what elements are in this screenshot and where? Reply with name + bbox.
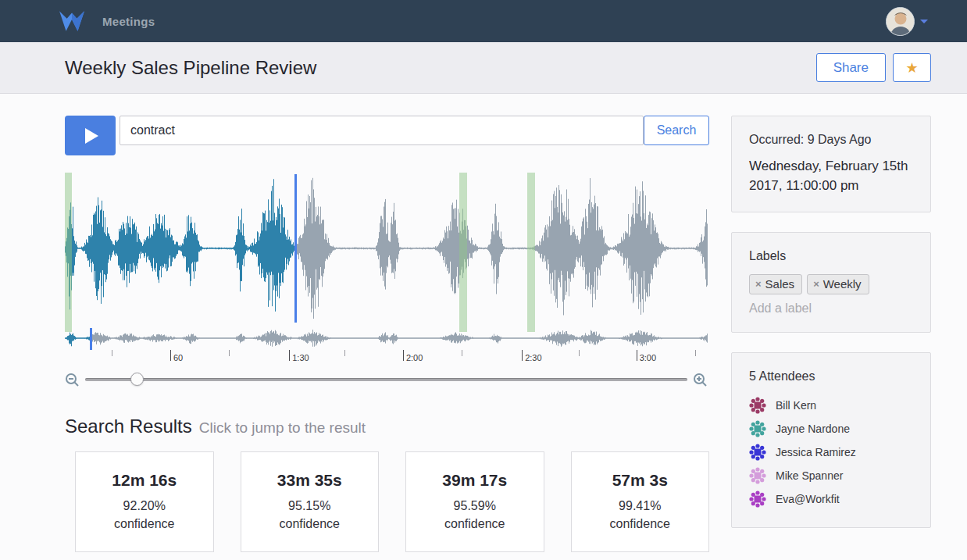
result-timestamp: 39m 17s <box>442 471 507 490</box>
timeline-tick <box>695 350 696 356</box>
attendee-identicon-icon <box>749 467 766 484</box>
transcript-search-input[interactable] <box>120 116 644 145</box>
attendee-row: Mike Spanner <box>749 464 913 487</box>
app-logo-icon[interactable] <box>59 9 87 33</box>
result-confidence: 99.41% confidence <box>598 497 682 533</box>
page-header: Weekly Sales Pipeline Review Share ★ <box>0 42 967 94</box>
zoom-slider[interactable] <box>85 373 687 387</box>
playhead-cursor <box>294 174 297 323</box>
page-title: Weekly Sales Pipeline Review <box>65 57 316 79</box>
play-button[interactable] <box>65 116 116 155</box>
timeline-tick: 60 <box>170 350 171 361</box>
timeline-tick: 2:00 <box>403 350 404 361</box>
label-tag[interactable]: × Weekly <box>807 274 869 294</box>
timeline-tick <box>462 350 462 356</box>
search-result-card[interactable]: 39m 17s 95.59% confidence <box>405 451 544 552</box>
attendee-name: Jessica Ramirez <box>776 446 856 458</box>
result-timestamp: 12m 16s <box>112 471 177 490</box>
result-timestamp: 33m 35s <box>277 471 342 490</box>
minimap-canvas[interactable] <box>65 328 708 348</box>
attendees-card: 5 Attendees B <box>731 352 931 528</box>
star-icon: ★ <box>905 60 918 76</box>
zoom-slider-handle[interactable] <box>130 373 144 386</box>
timeline-tick-label: 60 <box>173 353 183 362</box>
labels-title: Labels <box>749 249 913 263</box>
attendee-name: Eva@Workfit <box>776 493 840 505</box>
search-result-card[interactable]: 57m 3s 99.41% confidence <box>571 451 710 552</box>
search-hit-region[interactable] <box>527 173 535 332</box>
timeline-tick <box>229 350 230 356</box>
timeline-tick <box>579 350 580 356</box>
search-results-subtitle: Click to jump to the result <box>199 419 366 437</box>
search-results-title: Search Results <box>65 416 192 437</box>
attendee-name: Mike Spanner <box>776 469 843 482</box>
label-tag-text: Sales <box>765 277 795 291</box>
attendees-title: 5 Attendees <box>749 369 913 383</box>
search-button[interactable]: Search <box>644 116 709 145</box>
user-avatar[interactable] <box>886 7 915 36</box>
search-result-card[interactable]: 12m 16s 92.20% confidence <box>75 451 214 552</box>
remove-tag-icon[interactable]: × <box>813 278 819 290</box>
label-tag[interactable]: × Sales <box>749 274 802 294</box>
attendee-row: Bill Kern <box>749 394 913 417</box>
play-icon <box>85 128 98 144</box>
add-label-input[interactable]: Add a label <box>749 301 913 316</box>
search-result-card[interactable]: 33m 35s 95.15% confidence <box>241 451 380 552</box>
remove-tag-icon[interactable]: × <box>755 278 762 290</box>
attendee-row: Jessica Ramirez <box>749 441 913 464</box>
result-timestamp: 57m 3s <box>612 471 668 490</box>
timeline-tick-label: 1:30 <box>292 353 309 362</box>
timeline-tick: 1:30 <box>289 350 290 361</box>
share-button[interactable]: Share <box>816 53 886 82</box>
attendee-identicon-icon <box>749 490 766 508</box>
attendee-name: Jayne Nardone <box>776 423 850 435</box>
timeline-ruler: 0 60 1:30 <box>65 350 708 366</box>
occurred-relative: Occurred: 9 Days Ago <box>749 133 913 147</box>
attendee-identicon-icon <box>749 444 766 461</box>
result-confidence: 95.59% confidence <box>433 497 517 533</box>
label-tag-text: Weekly <box>823 277 862 291</box>
result-confidence: 92.20% confidence <box>102 497 187 533</box>
labels-card: Labels × Sales × Weekly Add a label <box>731 232 931 333</box>
search-results-list: 12m 16s 92.20% confidence 33m 35s 95.15%… <box>65 451 709 552</box>
waveform-panel <box>65 170 708 348</box>
timeline-tick-label: 3:00 <box>640 353 656 362</box>
occurred-card: Occurred: 9 Days Ago Wednesday, February… <box>731 116 931 212</box>
attendee-row: Jayne Nardone <box>749 417 913 441</box>
zoom-slider-track[interactable] <box>85 378 687 381</box>
attendee-name: Bill Kern <box>776 399 816 412</box>
timeline-tick <box>344 350 345 356</box>
top-navbar: Meetings <box>0 0 967 42</box>
result-confidence: 95.15% confidence <box>267 497 351 533</box>
minimap-playhead-cursor <box>90 328 92 350</box>
nav-item-meetings[interactable]: Meetings <box>102 15 155 28</box>
zoom-in-icon[interactable] <box>693 373 708 387</box>
timeline-tick: 3:00 <box>637 350 637 361</box>
timeline-tick <box>112 350 112 356</box>
attendee-identicon-icon <box>749 397 766 414</box>
caret-down-icon[interactable] <box>920 20 928 27</box>
search-hit-region[interactable] <box>65 173 72 332</box>
waveform-canvas[interactable] <box>65 170 708 326</box>
timeline-tick-label: 2:30 <box>525 353 541 362</box>
favorite-button[interactable]: ★ <box>893 53 931 82</box>
labels-tag-list: × Sales × Weekly <box>749 274 913 294</box>
attendee-identicon-icon <box>749 420 766 437</box>
zoom-out-icon[interactable] <box>65 373 80 387</box>
timeline-tick: 2:30 <box>522 350 523 361</box>
occurred-datetime: Wednesday, February 15th 2017, 11:00:00 … <box>749 157 915 195</box>
attendee-row: Eva@Workfit <box>749 487 913 511</box>
search-hit-region[interactable] <box>459 173 467 332</box>
timeline-tick-label: 2:00 <box>406 353 423 362</box>
attendees-list: Bill Kern Jayne <box>749 394 913 511</box>
